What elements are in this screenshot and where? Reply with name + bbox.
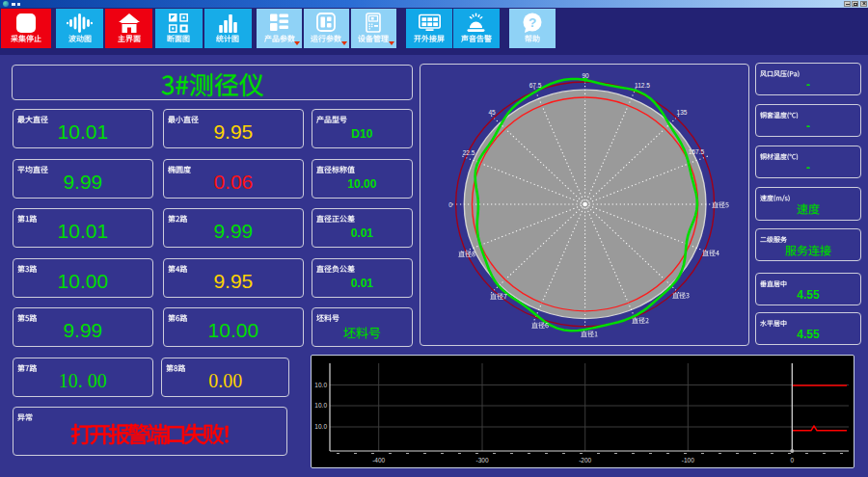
svg-text:-100: -100	[682, 457, 694, 464]
svg-text:?: ?	[529, 15, 536, 30]
svg-text:10.0: 10.0	[314, 402, 327, 409]
svg-text:-300: -300	[475, 457, 488, 464]
svg-text:0: 0	[790, 457, 794, 464]
svg-text:10.0: 10.0	[314, 382, 327, 388]
svg-text:-400: -400	[372, 457, 385, 464]
svg-text:-200: -200	[579, 457, 591, 464]
svg-text:10.0: 10.0	[314, 423, 327, 430]
